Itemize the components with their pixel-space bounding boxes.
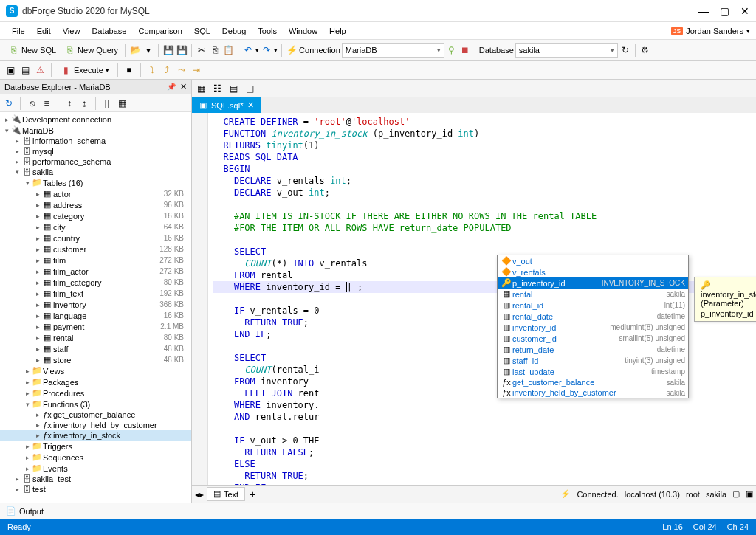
minimize-button[interactable]: — <box>698 6 709 16</box>
tree[interactable]: ▸🔌Development connection▾🔌MariaDB▸🗄infor… <box>0 112 191 503</box>
tree-row[interactable]: ▸▦country16 KB <box>0 232 191 244</box>
code-editor[interactable]: CREATE DEFINER = 'root'@'localhost' FUNC… <box>192 113 756 485</box>
user-badge[interactable]: JS Jordan Sanders ▾ <box>671 27 750 35</box>
menu-window[interactable]: Window <box>283 25 323 37</box>
close-button[interactable]: ✕ <box>740 6 750 16</box>
tree-row[interactable]: ▸▦staff48 KB <box>0 343 191 354</box>
menu-file[interactable]: File <box>6 25 31 37</box>
tree-row[interactable]: ▸▦address96 KB <box>0 199 191 210</box>
tree-row[interactable]: ▸🗄mysql <box>0 146 191 156</box>
database-combo[interactable]: ▾ <box>515 43 618 58</box>
tree-row[interactable]: ▸📁Views <box>0 365 191 376</box>
view-form-icon[interactable]: ☷ <box>211 83 223 94</box>
dropdown-icon[interactable]: ▾ <box>142 44 154 56</box>
tree-row[interactable]: ▸📁Events <box>0 463 191 474</box>
cut-icon[interactable]: ✂ <box>196 44 207 56</box>
tree-row[interactable]: ▸▦payment2.1 MB <box>0 321 191 332</box>
autocomplete-item[interactable]: ▥rental_datedatetime <box>498 311 688 322</box>
bottom-icon2[interactable]: ▣ <box>746 489 753 499</box>
menu-sql[interactable]: SQL <box>188 25 216 37</box>
tree-row[interactable]: ▸▦film272 KB <box>0 255 191 266</box>
redo-icon[interactable]: ↷ <box>261 44 272 56</box>
autocomplete-item[interactable]: ƒxget_customer_balancesakila <box>498 377 688 387</box>
autocomplete-item[interactable]: ▥return_datedatetime <box>498 344 688 355</box>
tree-row[interactable]: ▸🔌Development connection <box>0 114 191 125</box>
tree-row[interactable]: ▸ƒxinventory_held_by_customer <box>0 420 191 430</box>
menu-tools[interactable]: Tools <box>252 25 283 37</box>
tree-row[interactable]: ▸🗄sakila_test <box>0 474 191 484</box>
debug-step1-icon[interactable]: ⤵ <box>146 64 158 76</box>
tree-row[interactable]: ▾🔌MariaDB <box>0 125 191 136</box>
tree-row[interactable]: ▸📁Sequences <box>0 452 191 463</box>
autocomplete-item[interactable]: ▥inventory_idmediumint(8) unsigned <box>498 322 688 333</box>
settings-icon[interactable]: ⚙ <box>639 44 651 56</box>
debug-step3-icon[interactable]: ⤳ <box>176 64 188 76</box>
tree-row[interactable]: ▸🗄test <box>0 484 191 494</box>
menu-debug[interactable]: Debug <box>216 25 252 37</box>
autocomplete-item[interactable]: ▥rental_idint(11) <box>498 300 688 311</box>
autocomplete-item[interactable]: ƒxinventory_held_by_customersakila <box>498 387 688 398</box>
menu-view[interactable]: View <box>57 25 86 37</box>
autocomplete-item[interactable]: 🔑p_inventory_idINVENTORY_IN_STOCK <box>498 277 688 289</box>
tree-row[interactable]: ▾📁Functions (3) <box>0 398 191 410</box>
collapse-icon[interactable]: [] <box>101 97 113 109</box>
new-sql-button[interactable]: ⎘New SQL <box>4 43 59 58</box>
bottom-icon1[interactable]: ▢ <box>732 489 740 499</box>
tree-row[interactable]: ▸▦city64 KB <box>0 221 191 232</box>
editor-tab[interactable]: ▣ SQL.sql* ✕ <box>192 97 261 113</box>
filter-icon[interactable]: ≡ <box>41 97 52 109</box>
db-plug-icon[interactable]: ⚲ <box>446 44 458 56</box>
view-doc-icon[interactable]: ▤ <box>227 83 239 94</box>
output-panel-tab[interactable]: 📄 Output <box>0 503 756 519</box>
autocomplete-item[interactable]: ▥customer_idsmallint(5) unsigned <box>498 333 688 344</box>
execute-button[interactable]: ▮Execute▾ <box>57 63 112 77</box>
autocomplete-popup[interactable]: 🔶v_out🔶v_rentals🔑p_inventory_idINVENTORY… <box>497 255 689 398</box>
autocomplete-item[interactable]: 🔶v_out <box>498 255 688 266</box>
stop-icon[interactable]: ■ <box>123 64 135 76</box>
text-tab[interactable]: ▤Text <box>207 487 245 501</box>
db-stop-icon[interactable]: ⏹ <box>459 44 471 56</box>
tree-row[interactable]: ▸▦store48 KB <box>0 354 191 365</box>
autocomplete-item[interactable]: ▥last_updatetimestamp <box>498 366 688 377</box>
copy-icon[interactable]: ⎘ <box>209 44 221 56</box>
new-query-button[interactable]: ⎘New Query <box>61 43 121 58</box>
tree-row[interactable]: ▾🗄sakila <box>0 167 191 177</box>
tree-row[interactable]: ▸📁Procedures <box>0 387 191 398</box>
pin-icon[interactable]: 📌 <box>167 83 176 91</box>
tree-row[interactable]: ▸ƒxinventory_in_stock <box>0 430 191 441</box>
menu-comparison[interactable]: Comparison <box>132 25 188 37</box>
debug-step4-icon[interactable]: ⇥ <box>190 64 202 76</box>
view-split-icon[interactable]: ◫ <box>244 83 255 94</box>
save-icon[interactable]: 💾 <box>162 44 174 56</box>
add-tab-icon[interactable]: + <box>250 489 255 500</box>
menu-help[interactable]: Help <box>323 25 352 37</box>
undo-icon[interactable]: ↶ <box>242 44 254 56</box>
maximize-button[interactable]: ▢ <box>719 6 729 16</box>
open-icon[interactable]: 📂 <box>129 44 141 56</box>
sort1-icon[interactable]: ↕ <box>63 97 75 109</box>
tree-row[interactable]: ▸▦film_category80 KB <box>0 277 191 288</box>
tree-row[interactable]: ▸🗄information_schema <box>0 136 191 146</box>
tree-row[interactable]: ▸🗄performance_schema <box>0 156 191 167</box>
refresh-tree-icon[interactable]: ↻ <box>3 97 15 109</box>
tree-row[interactable]: ▸▦rental80 KB <box>0 332 191 343</box>
view-grid-icon[interactable]: ▦ <box>195 83 207 94</box>
columns-icon[interactable]: ▦ <box>116 97 128 109</box>
tree-row[interactable]: ▸▦inventory368 KB <box>0 299 191 310</box>
refresh-icon[interactable]: ↻ <box>619 44 631 56</box>
sort2-icon[interactable]: ↨ <box>78 97 90 109</box>
new-conn-icon[interactable]: ⎋ <box>26 97 38 109</box>
panel-close-icon[interactable]: ✕ <box>180 82 187 92</box>
tree-row[interactable]: ▸📁Packages <box>0 376 191 387</box>
tree-row[interactable]: ▸▦film_text192 KB <box>0 288 191 299</box>
tree-row[interactable]: ▸▦film_actor272 KB <box>0 266 191 277</box>
save-all-icon[interactable]: 💾 <box>176 44 188 56</box>
debug-step2-icon[interactable]: ⤴ <box>161 64 173 76</box>
tree-row[interactable]: ▸▦customer128 KB <box>0 244 191 255</box>
tree-row[interactable]: ▸▦actor32 KB <box>0 188 191 199</box>
connection-combo[interactable]: ▾ <box>342 43 444 58</box>
tab-close-icon[interactable]: ✕ <box>247 100 254 110</box>
tree-row[interactable]: ▸📁Triggers <box>0 441 191 452</box>
tree-row[interactable]: ▸▦language16 KB <box>0 310 191 321</box>
autocomplete-item[interactable]: 🔶v_rentals <box>498 266 688 277</box>
